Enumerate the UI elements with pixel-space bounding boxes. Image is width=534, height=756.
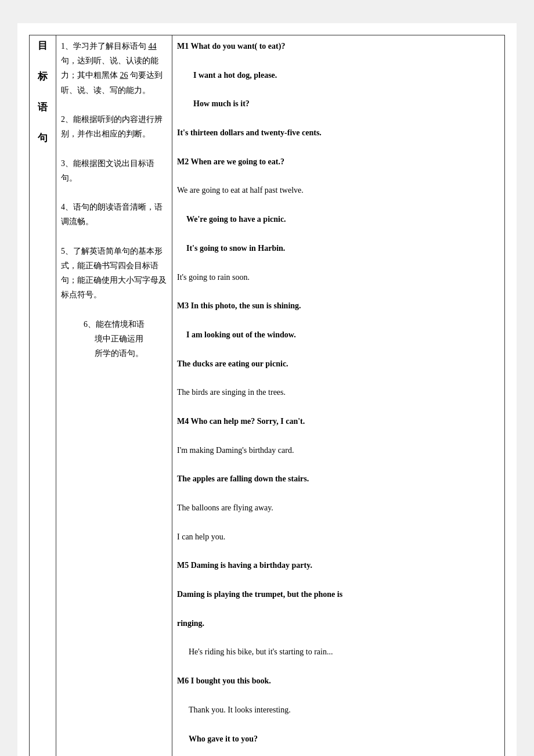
m4-line4: The balloons are flying away. bbox=[177, 501, 500, 515]
m3-line3: The ducks are eating our picnic. bbox=[177, 357, 500, 371]
objective-3: 3、能根据图文说出目标语句。 bbox=[61, 156, 167, 185]
objective-5: 5、了解英语简单句的基本形式，能正确书写四会目标语句；能正确使用大小写字母及标点… bbox=[61, 244, 167, 303]
m2-line3: We're going to have a picnic. bbox=[177, 212, 500, 226]
m4-line3: The apples are falling down the stairs. bbox=[177, 471, 500, 486]
m1-line3: How much is it? bbox=[177, 96, 500, 111]
m4-line2: I'm making Daming's birthday card. bbox=[177, 443, 500, 458]
char-mu: 目 bbox=[38, 39, 48, 52]
objectives-column: 1、学习并了解目标语句 44 句，达到听、说、认读的能力；其中粗黑体 26 句要… bbox=[56, 35, 172, 757]
number-26: 26 bbox=[120, 71, 128, 80]
m2-line1: M2 When are we going to eat.? bbox=[177, 154, 500, 169]
objective-6: 6、能在情境和语 境中正确运用 所学的语句。 bbox=[61, 317, 167, 361]
m6-line3: Who gave it to you? bbox=[177, 732, 500, 746]
m5-line4: He's riding his bike, but it's starting … bbox=[177, 645, 500, 659]
m5-line2: Daming is playing the trumpet, but the p… bbox=[177, 587, 500, 602]
objective-2: 2、能根据听到的内容进行辨别，并作出相应的判断。 bbox=[61, 112, 167, 141]
m5-line1: M5 Daming is having a birthday party. bbox=[177, 558, 500, 573]
main-table: 目 标 语 句 1、学习并了解目标语句 44 句，达到听、说、认读的能力；其中粗… bbox=[29, 35, 505, 756]
m3-line1: M3 In this photo, the sun is shining. bbox=[177, 298, 500, 313]
m6-line1: M6 I bought you this book. bbox=[177, 674, 500, 688]
objective-4: 4、语句的朗读语音清晰，语调流畅。 bbox=[61, 200, 167, 229]
objective-1: 1、学习并了解目标语句 44 句，达到听、说、认读的能力；其中粗黑体 26 句要… bbox=[61, 39, 167, 98]
sentences-column: M1 What do you want( to eat)? I want a h… bbox=[172, 35, 505, 757]
char-ju: 句 bbox=[38, 131, 48, 145]
m1-line4: It's thirteen dollars and twenty-five ce… bbox=[177, 125, 500, 140]
m6-line2: Thank you. It looks interesting. bbox=[177, 703, 500, 717]
m5-line3: ringing. bbox=[177, 616, 500, 631]
char-biao: 标 bbox=[38, 70, 48, 83]
m1-line2: I want a hot dog, please. bbox=[177, 68, 500, 82]
page-container: 目 标 语 句 1、学习并了解目标语句 44 句，达到听、说、认读的能力；其中粗… bbox=[17, 23, 517, 756]
m2-line2: We are going to eat at half past twelve. bbox=[177, 183, 500, 197]
m3-line2: I am looking out of the window. bbox=[177, 327, 500, 342]
char-yu: 语 bbox=[38, 100, 48, 114]
m4-line5: I can help you. bbox=[177, 530, 500, 544]
number-44: 44 bbox=[149, 42, 157, 51]
m2-line4: It's going to snow in Harbin. bbox=[177, 241, 500, 255]
m1-line1: M1 What do you want( to eat)? bbox=[177, 39, 500, 53]
left-label-column: 目 标 语 句 bbox=[30, 35, 56, 757]
m4-line1: M4 Who can help me? Sorry, I can't. bbox=[177, 414, 500, 429]
sentences-content: M1 What do you want( to eat)? I want a h… bbox=[177, 39, 500, 756]
m2-line5: It's going to rain soon. bbox=[177, 270, 500, 285]
m3-line4: The birds are singing in the trees. bbox=[177, 385, 500, 399]
